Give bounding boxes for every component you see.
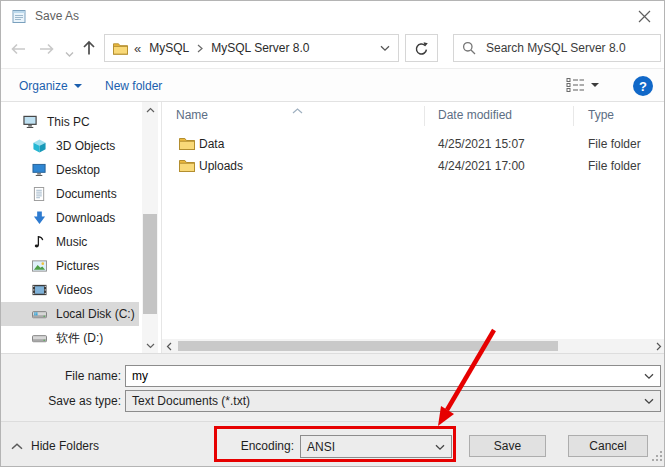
breadcrumb-item-mysql[interactable]: MySQL bbox=[147, 41, 191, 55]
sidebar-item-label: Videos bbox=[56, 283, 92, 297]
chevron-up-icon bbox=[146, 107, 155, 113]
search-input[interactable] bbox=[486, 41, 652, 55]
folder-icon bbox=[179, 137, 195, 153]
breadcrumb-overflow[interactable]: « bbox=[134, 41, 141, 56]
sidebar-item-desktop[interactable]: Desktop bbox=[1, 158, 139, 182]
address-bar[interactable]: « MySQL MySQL Server 8.0 bbox=[104, 34, 399, 62]
forward-arrow-icon bbox=[38, 42, 56, 56]
sidebar-item-downloads[interactable]: Downloads bbox=[1, 206, 139, 230]
sidebar-item-label: This PC bbox=[47, 115, 90, 129]
close-icon bbox=[638, 10, 651, 23]
file-type: File folder bbox=[588, 159, 641, 173]
up-arrow-icon bbox=[81, 39, 97, 56]
folder-icon bbox=[113, 42, 128, 55]
encoding-select[interactable]: ANSI bbox=[300, 435, 452, 458]
file-type: File folder bbox=[588, 137, 641, 151]
column-header-type[interactable]: Type bbox=[588, 108, 614, 122]
file-name-input[interactable] bbox=[125, 365, 661, 387]
save-as-dialog: Save As bbox=[0, 0, 665, 467]
videos-icon bbox=[32, 283, 48, 298]
file-row-uploads[interactable]: Uploads 4/24/2021 17:00 File folder bbox=[162, 155, 665, 177]
close-button[interactable] bbox=[634, 6, 654, 26]
file-row-data[interactable]: Data 4/25/2021 15:07 File folder bbox=[162, 133, 665, 155]
organize-button[interactable]: Organize bbox=[19, 69, 82, 102]
file-name-dropdown-button[interactable] bbox=[639, 365, 659, 387]
sidebar-item-3d-objects[interactable]: 3D Objects bbox=[1, 134, 139, 158]
help-button[interactable]: ? bbox=[633, 76, 653, 96]
cancel-button[interactable]: Cancel bbox=[568, 435, 648, 457]
scrollbar-thumb[interactable] bbox=[143, 214, 157, 314]
sidebar-item-music[interactable]: Music bbox=[1, 230, 139, 254]
main-area: This PC 3D Objects bbox=[1, 102, 665, 353]
save-as-type-select[interactable]: Text Documents (*.txt) bbox=[125, 390, 661, 412]
refresh-icon bbox=[414, 41, 429, 56]
hide-folders-button[interactable]: Hide Folders bbox=[11, 435, 99, 457]
scroll-left-button[interactable] bbox=[162, 339, 176, 353]
search-box bbox=[453, 34, 661, 62]
back-button[interactable] bbox=[8, 40, 28, 58]
downloads-icon bbox=[32, 211, 48, 226]
sidebar-item-videos[interactable]: Videos bbox=[1, 278, 139, 302]
scroll-up-button[interactable] bbox=[142, 102, 158, 117]
folder-icon bbox=[179, 159, 195, 175]
views-button[interactable] bbox=[566, 77, 599, 93]
resize-grip-icon bbox=[651, 450, 664, 463]
encoding-label: Encoding: bbox=[181, 435, 294, 458]
column-divider[interactable] bbox=[573, 106, 574, 126]
sidebar-item-label: Pictures bbox=[56, 259, 99, 273]
navigation-bar: « MySQL MySQL Server 8.0 bbox=[1, 31, 664, 68]
sidebar-scrollbar[interactable] bbox=[142, 102, 158, 353]
new-folder-button[interactable]: New folder bbox=[105, 69, 162, 102]
disk-icon bbox=[32, 331, 48, 346]
save-as-type-value: Text Documents (*.txt) bbox=[132, 394, 250, 408]
this-pc-icon bbox=[23, 115, 39, 130]
sidebar-item-label: Downloads bbox=[56, 211, 115, 225]
music-icon bbox=[32, 235, 48, 250]
sidebar-item-this-pc[interactable]: This PC bbox=[1, 110, 139, 134]
chevron-down-icon bbox=[65, 51, 74, 58]
address-dropdown-button[interactable] bbox=[380, 41, 390, 55]
bottom-panel: File name: Save as type: Text Documents … bbox=[1, 353, 665, 467]
local-disk-icon bbox=[32, 307, 48, 322]
column-header-date-modified[interactable]: Date modified bbox=[438, 108, 512, 122]
navigation-pane: This PC 3D Objects bbox=[1, 102, 141, 353]
column-divider[interactable] bbox=[424, 106, 425, 126]
footer-strip: Hide Folders Encoding: ANSI Save Cancel bbox=[1, 421, 665, 467]
documents-icon bbox=[32, 187, 48, 202]
forward-button[interactable] bbox=[37, 40, 57, 58]
organize-label: Organize bbox=[19, 79, 68, 93]
chevron-up-icon bbox=[11, 443, 23, 450]
chevron-left-icon bbox=[166, 342, 172, 351]
file-date: 4/25/2021 15:07 bbox=[438, 137, 525, 151]
refresh-button[interactable] bbox=[405, 34, 438, 62]
file-name: Data bbox=[199, 137, 224, 151]
window-title: Save As bbox=[35, 9, 79, 23]
breadcrumb-item-mysql-server[interactable]: MySQL Server 8.0 bbox=[209, 41, 311, 55]
recent-locations-button[interactable] bbox=[59, 45, 79, 63]
file-date: 4/24/2021 17:00 bbox=[438, 159, 525, 173]
up-button[interactable] bbox=[79, 38, 99, 56]
new-folder-label: New folder bbox=[105, 79, 162, 93]
sidebar-item-label: Desktop bbox=[56, 163, 100, 177]
back-arrow-icon bbox=[9, 42, 27, 56]
chevron-down-icon bbox=[380, 45, 390, 52]
command-toolbar: Organize New folder ? bbox=[1, 68, 664, 102]
sidebar-item-pictures[interactable]: Pictures bbox=[1, 254, 139, 278]
scroll-right-button[interactable] bbox=[652, 339, 665, 353]
column-header-name[interactable]: Name bbox=[176, 108, 208, 122]
title-bar: Save As bbox=[1, 1, 664, 31]
chevron-down-icon bbox=[644, 394, 654, 408]
chevron-down-icon bbox=[644, 373, 654, 380]
scrollbar-thumb[interactable] bbox=[178, 341, 558, 351]
chevron-down-icon bbox=[146, 343, 155, 349]
sidebar-item-label: 软件 (D:) bbox=[56, 330, 103, 347]
scroll-down-button[interactable] bbox=[142, 338, 158, 353]
chevron-down-icon bbox=[74, 84, 82, 88]
sidebar-item-documents[interactable]: Documents bbox=[1, 182, 139, 206]
sidebar-item-disk-d[interactable]: 软件 (D:) bbox=[1, 326, 139, 350]
save-button[interactable]: Save bbox=[469, 435, 546, 457]
sidebar-item-local-disk-c[interactable]: Local Disk (C:) bbox=[1, 302, 139, 326]
resize-grip[interactable] bbox=[651, 450, 664, 466]
chevron-right-icon bbox=[197, 44, 203, 53]
horizontal-scrollbar[interactable] bbox=[162, 339, 665, 353]
